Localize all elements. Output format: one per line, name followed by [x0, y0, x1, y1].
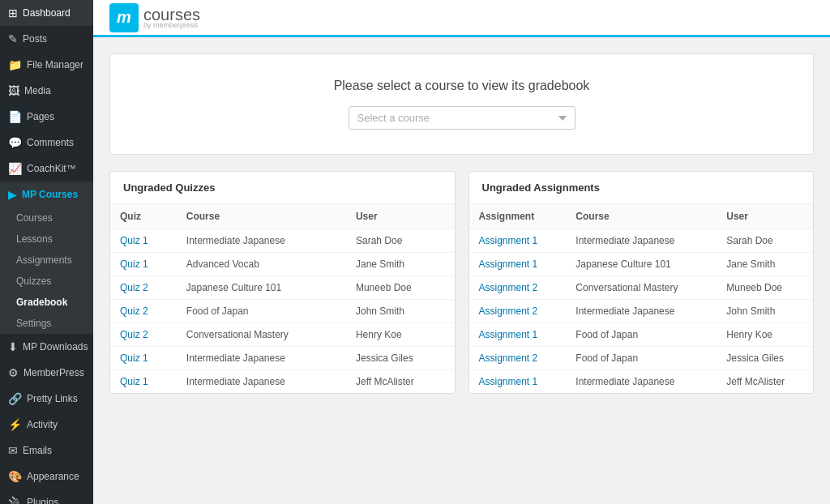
quiz-link-4[interactable]: Quiz 2: [120, 329, 148, 340]
assign-course-1: Japanese Culture 101: [566, 253, 717, 276]
tables-row: Ungraded Quizzes Quiz Course User Quiz 1…: [109, 171, 814, 394]
quiz-course-2: Japanese Culture 101: [177, 276, 346, 300]
quiz-user-0: Sarah Doe: [346, 229, 455, 253]
appearance-icon: 🎨: [8, 470, 22, 483]
sidebar-item-mp-courses[interactable]: ▶ MP Courses: [0, 182, 93, 207]
memberpress-icon: ⚙: [8, 366, 19, 379]
assign-user-6: Jeff McAlister: [717, 370, 813, 394]
assign-course-3: Intermediate Japanese: [566, 300, 717, 323]
sidebar-item-assignments[interactable]: Assignments: [0, 250, 93, 271]
sidebar-item-comments[interactable]: 💬 Comments: [0, 130, 93, 156]
assign-user-1: Jane Smith: [717, 253, 813, 276]
table-row: Quiz 2 Food of Japan John Smith: [110, 300, 455, 323]
course-select[interactable]: Select a course: [349, 106, 575, 130]
assignment-link-1[interactable]: Assignment 1: [479, 258, 538, 270]
quiz-course-6: Intermediate Japanese: [177, 370, 346, 394]
sidebar-item-file-manager[interactable]: 📁 File Manager: [0, 52, 93, 78]
table-row: Assignment 2 Food of Japan Jessica Giles: [469, 347, 814, 370]
mp-courses-submenu: Courses Lessons Assignments Quizzes Grad…: [0, 207, 93, 334]
main-area: m courses by memberpress Please select a…: [93, 0, 830, 504]
ungraded-quizzes-table: Quiz Course User Quiz 1 Intermediate Jap…: [110, 204, 455, 393]
quiz-course-5: Intermediate Japanese: [177, 347, 346, 370]
sidebar-item-media[interactable]: 🖼 Media: [0, 78, 93, 104]
quiz-user-6: Jeff McAlister: [346, 370, 455, 394]
quiz-course-1: Advanced Vocab: [177, 253, 346, 276]
sidebar-item-gradebook[interactable]: Gradebook: [0, 292, 93, 313]
sidebar-item-coachkit[interactable]: 📈 CoachKit™: [0, 156, 93, 182]
sidebar-label-posts: Posts: [23, 33, 47, 45]
sidebar-item-emails[interactable]: ✉ Emails: [0, 438, 93, 463]
quiz-link-2[interactable]: Quiz 2: [120, 282, 148, 293]
assign-col-user: User: [717, 204, 813, 229]
sidebar-label-emails: Emails: [23, 445, 52, 456]
quiz-link-5[interactable]: Quiz 1: [120, 352, 148, 364]
table-row: Quiz 1 Intermediate Japanese Jessica Gil…: [110, 347, 455, 370]
sidebar-label-activity: Activity: [27, 419, 58, 430]
table-row: Assignment 1 Intermediate Japanese Sarah…: [469, 229, 814, 253]
assign-course-5: Food of Japan: [566, 347, 717, 370]
assign-user-3: John Smith: [717, 300, 813, 323]
logo-area: m courses by memberpress: [109, 3, 200, 32]
table-row: Quiz 1 Intermediate Japanese Sarah Doe: [110, 229, 455, 253]
ungraded-quizzes-header: Ungraded Quizzes: [110, 172, 455, 204]
quiz-col-quiz: Quiz: [110, 204, 177, 229]
sidebar-label-memberpress: MemberPress: [24, 367, 84, 378]
sidebar-item-courses[interactable]: Courses: [0, 207, 93, 229]
assignment-link-5[interactable]: Assignment 2: [479, 352, 538, 364]
comments-icon: 💬: [8, 136, 22, 149]
quiz-course-3: Food of Japan: [177, 300, 346, 323]
sidebar-item-dashboard[interactable]: ⊞ Dashboard: [0, 0, 93, 26]
sidebar-label-coachkit: CoachKit™: [27, 163, 76, 174]
quiz-link-0[interactable]: Quiz 1: [120, 235, 148, 246]
logo-sub: by memberpress: [143, 21, 200, 29]
assignment-link-2[interactable]: Assignment 2: [479, 282, 538, 293]
ungraded-assignments-header: Ungraded Assignments: [469, 172, 814, 204]
assignment-link-4[interactable]: Assignment 1: [479, 329, 538, 340]
table-row: Assignment 1 Japanese Culture 101 Jane S…: [469, 253, 814, 276]
plugins-icon: 🔌: [8, 496, 22, 504]
sidebar-item-plugins[interactable]: 🔌 Plugins: [0, 489, 93, 504]
sidebar-label-plugins: Plugins: [27, 497, 58, 504]
assign-course-6: Intermediate Japanese: [566, 370, 717, 394]
posts-icon: ✎: [8, 32, 18, 45]
sidebar-item-activity[interactable]: ⚡ Activity: [0, 412, 93, 438]
table-row: Assignment 2 Conversational Mastery Mune…: [469, 276, 814, 300]
table-row: Quiz 2 Conversational Mastery Henry Koe: [110, 323, 455, 347]
assignment-link-3[interactable]: Assignment 2: [479, 305, 538, 317]
quiz-link-1[interactable]: Quiz 1: [120, 258, 148, 270]
sidebar-item-quizzes[interactable]: Quizzes: [0, 271, 93, 292]
dashboard-icon: ⊞: [8, 6, 18, 19]
quiz-link-3[interactable]: Quiz 2: [120, 305, 148, 317]
sidebar-item-settings[interactable]: Settings: [0, 313, 93, 334]
sidebar-item-posts[interactable]: ✎ Posts: [0, 26, 93, 52]
quiz-user-3: John Smith: [346, 300, 455, 323]
sidebar-label-appearance: Appearance: [27, 471, 79, 482]
sidebar-label-assignments: Assignments: [16, 254, 72, 266]
sidebar-item-pretty-links[interactable]: 🔗 Pretty Links: [0, 386, 93, 412]
table-row: Quiz 1 Advanced Vocab Jane Smith: [110, 253, 455, 276]
sidebar-label-mp-courses: MP Courses: [22, 189, 78, 200]
assign-user-0: Sarah Doe: [717, 229, 813, 253]
sidebar-item-memberpress[interactable]: ⚙ MemberPress: [0, 360, 93, 386]
sidebar-item-lessons[interactable]: Lessons: [0, 229, 93, 250]
quiz-course-4: Conversational Mastery: [177, 323, 346, 347]
gradebook-select-card: Please select a course to view its grade…: [109, 53, 814, 155]
table-row: Assignment 1 Intermediate Japanese Jeff …: [469, 370, 814, 394]
table-row: Quiz 1 Intermediate Japanese Jeff McAlis…: [110, 370, 455, 394]
sidebar-label-settings: Settings: [16, 318, 51, 329]
quiz-link-6[interactable]: Quiz 1: [120, 376, 148, 387]
sidebar-item-mp-downloads[interactable]: ⬇ MP Downloads: [0, 334, 93, 360]
sidebar-item-appearance[interactable]: 🎨 Appearance: [0, 463, 93, 489]
ungraded-assignments-card: Ungraded Assignments Assignment Course U…: [468, 171, 815, 394]
assignment-link-6[interactable]: Assignment 1: [479, 376, 538, 387]
sidebar: ⊞ Dashboard ✎ Posts 📁 File Manager 🖼 Med…: [0, 0, 93, 504]
quiz-course-0: Intermediate Japanese: [177, 229, 346, 253]
sidebar-item-pages[interactable]: 📄 Pages: [0, 104, 93, 130]
assign-user-2: Muneeb Doe: [717, 276, 813, 300]
sidebar-label-pages: Pages: [27, 111, 54, 122]
quiz-user-2: Muneeb Doe: [346, 276, 455, 300]
assignment-link-0[interactable]: Assignment 1: [479, 235, 538, 246]
pages-icon: 📄: [8, 110, 22, 123]
quiz-col-user: User: [346, 204, 455, 229]
sidebar-label-dashboard: Dashboard: [23, 7, 71, 19]
